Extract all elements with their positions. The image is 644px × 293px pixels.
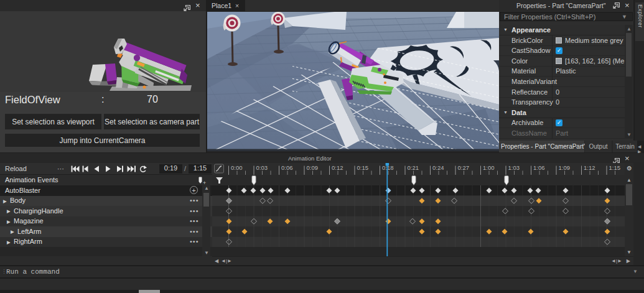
svg-text:0:03: 0:03 xyxy=(256,164,268,171)
svg-text:1:06: 1:06 xyxy=(533,164,545,171)
svg-text:0:24: 0:24 xyxy=(432,164,444,171)
svg-text:1:03: 1:03 xyxy=(508,164,520,171)
svg-text:1:15: 1:15 xyxy=(609,164,621,171)
svg-text:0:15: 0:15 xyxy=(357,164,369,171)
svg-text:0:09: 0:09 xyxy=(307,164,319,171)
svg-text:0:12: 0:12 xyxy=(332,164,343,171)
svg-text:0:06: 0:06 xyxy=(281,164,293,171)
svg-text:1:00: 1:00 xyxy=(483,164,495,171)
svg-text:0:27: 0:27 xyxy=(458,164,470,171)
svg-text:0:00: 0:00 xyxy=(231,164,243,171)
svg-text:1:12: 1:12 xyxy=(584,164,595,171)
svg-text:0:21: 0:21 xyxy=(408,164,419,171)
svg-text:1:09: 1:09 xyxy=(559,164,571,171)
